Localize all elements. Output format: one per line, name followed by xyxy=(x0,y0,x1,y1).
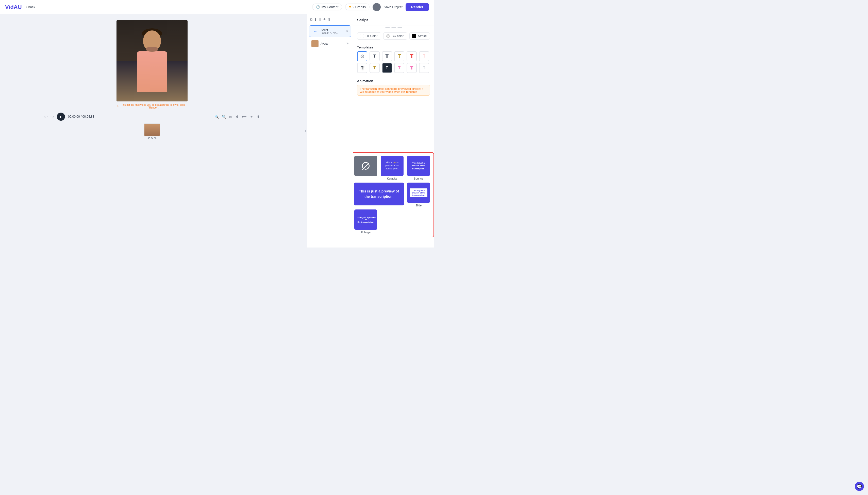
undo-button[interactable]: ↩ xyxy=(44,114,47,119)
anim-label-karaoke: Karaoke xyxy=(387,177,397,180)
header-right: 🕐 My Content ♥ 2 Credits Save Project Re… xyxy=(312,3,429,11)
anim-preview-slide: This is just apreview of thetranscriptio… xyxy=(407,183,430,203)
anim-card-none[interactable] xyxy=(354,156,378,180)
avatar-eye-icon[interactable]: 👁 xyxy=(346,42,349,46)
video-wrapper: ⚠ It's not the final video yet. To get a… xyxy=(116,20,187,109)
timeline: 00:04.83 xyxy=(139,123,165,139)
back-button[interactable]: ‹ Back xyxy=(26,5,35,9)
animation-section: The transition effect cannot be previewe… xyxy=(353,85,434,99)
fill-color-swatch xyxy=(360,34,364,38)
zoom-in-button[interactable]: 🔍 xyxy=(222,115,226,119)
anim-card-enlarge[interactable]: This is just a preview ofthe transcripti… xyxy=(354,209,378,234)
move-up-button[interactable]: ⬆ xyxy=(314,17,317,21)
bg-color-button[interactable]: BG color xyxy=(383,32,407,39)
anim-card-slide[interactable]: This is just apreview of thetranscriptio… xyxy=(407,183,430,207)
template-lightgrey[interactable]: T xyxy=(419,63,429,73)
animation-overlay: This is just apreview of thetranscriptio… xyxy=(353,152,434,237)
slide-preview-text: This is just apreview of thetranscriptio… xyxy=(410,188,427,197)
warning-message: It's not the final video yet. To get acc… xyxy=(120,103,187,109)
logo: VidAU xyxy=(5,4,22,11)
template-outline[interactable]: T xyxy=(382,51,392,62)
stroke-button[interactable]: Stroke xyxy=(409,32,430,39)
layer-item-script[interactable]: ✏ Script I am an AI Av... 👁 xyxy=(309,25,351,37)
timeline-clip-label: 00:04.83 xyxy=(144,137,160,139)
clock-icon: 🕐 xyxy=(316,5,320,9)
nav-dots xyxy=(353,26,434,30)
layer-text-group: Script I am an AI Av... xyxy=(321,29,338,34)
anim-label-enlarge: Enlarge xyxy=(361,231,371,234)
script-eye-icon[interactable]: 👁 xyxy=(345,30,348,33)
templates-grid: ⊘ T T T T T T T T T T T xyxy=(353,51,434,76)
bounce-text: This is just apreview of thetranscriptio… xyxy=(412,161,425,170)
template-shadow[interactable]: T xyxy=(357,63,367,73)
credits-button[interactable]: ♥ 2 Credits xyxy=(345,3,370,11)
anim-card-karaoke-big[interactable]: This is just a preview ofthe transcripti… xyxy=(354,183,404,207)
karaoke-text-small: This is just apreview of thetranscriptio… xyxy=(385,161,399,170)
anim-preview-karaoke-small: This is just apreview of thetranscriptio… xyxy=(381,156,404,176)
script-layer-label: Script xyxy=(321,29,338,31)
anim-preview-karaoke-big: This is just a preview ofthe transcripti… xyxy=(354,183,404,205)
zoom-out-button[interactable]: 🔍 xyxy=(214,115,219,119)
move-down-button[interactable]: ⬇ xyxy=(318,17,322,21)
stroke-swatch xyxy=(412,34,416,38)
layer-toolbar: ⧉ ⬆ ⬇ + 🗑 xyxy=(307,17,353,25)
template-lightred[interactable]: T xyxy=(419,51,429,62)
layout-button[interactable]: ⊞ xyxy=(229,115,232,119)
panel-title: Script xyxy=(353,14,434,26)
delete-button[interactable]: 🗑 xyxy=(256,115,260,119)
heart-icon: ♥ xyxy=(349,5,351,9)
warning-icon: ⚠ xyxy=(116,105,119,108)
redo-button[interactable]: ↪ xyxy=(50,114,54,119)
add-layer-button[interactable]: + xyxy=(323,17,326,22)
color-row: Fill Color BG color Stroke xyxy=(353,30,434,42)
video-area: ⚠ It's not the final video yet. To get a… xyxy=(0,14,304,248)
current-time: 00:00.00 xyxy=(68,115,80,118)
timeline-thumbnail xyxy=(144,123,160,136)
avatar-layer-thumb xyxy=(311,40,318,47)
play-button[interactable]: ▶ xyxy=(57,113,65,121)
header-left: VidAU ‹ Back xyxy=(5,4,35,11)
save-project-button[interactable]: Save Project xyxy=(384,5,403,9)
person-body xyxy=(137,51,167,92)
playback-controls: ↩ ↪ ▶ 00:00.00 / 00:04.83 🔍 🔍 ⊞ ⚟ ⟺ ＋ 🗑 xyxy=(44,113,260,121)
anim-card-bounce[interactable]: This is just apreview of thetranscriptio… xyxy=(407,156,430,180)
template-none[interactable]: ⊘ xyxy=(357,51,367,62)
fill-color-label: Fill Color xyxy=(365,34,377,38)
anim-label-slide: Slide xyxy=(415,204,422,207)
copy-layer-button[interactable]: ⧉ xyxy=(310,17,312,21)
anim-preview-bounce: This is just apreview of thetranscriptio… xyxy=(407,156,430,176)
time-separator: / xyxy=(81,115,82,118)
template-gold2[interactable]: T xyxy=(370,63,380,73)
anim-card-karaoke-small[interactable]: This is just apreview of thetranscriptio… xyxy=(380,156,404,180)
my-content-button[interactable]: 🕐 My Content xyxy=(312,3,342,11)
template-gold[interactable]: T xyxy=(394,51,404,62)
more-button[interactable]: ⟺ xyxy=(242,115,247,119)
timeline-clip[interactable]: 00:04.83 xyxy=(144,123,160,139)
user-avatar[interactable] xyxy=(373,3,381,11)
template-red[interactable]: T xyxy=(407,51,417,62)
script-layer-icon: ✏ xyxy=(312,28,319,35)
layers-panel: ⧉ ⬆ ⬇ + 🗑 ✏ Script I am an AI Av... 👁 Av… xyxy=(307,14,353,248)
animation-grid: This is just apreview of thetranscriptio… xyxy=(354,156,430,234)
person-silhouette xyxy=(132,31,172,101)
layer-item-avatar[interactable]: Avatar 👁 xyxy=(309,38,351,49)
render-button[interactable]: Render xyxy=(406,3,429,11)
chevron-left-icon: ‹ xyxy=(26,5,27,9)
warning-text: ⚠ It's not the final video yet. To get a… xyxy=(116,103,187,109)
video-frame xyxy=(116,20,187,101)
karaoke-big-text: This is just a preview ofthe transcripti… xyxy=(357,187,401,201)
bg-color-swatch xyxy=(386,34,390,38)
delete-layer-button[interactable]: 🗑 xyxy=(327,17,331,21)
template-pink[interactable]: T xyxy=(394,63,404,73)
add-button[interactable]: ＋ xyxy=(250,114,253,119)
fill-color-button[interactable]: Fill Color xyxy=(357,32,381,39)
split-button[interactable]: ⚟ xyxy=(235,115,239,119)
animation-notice: The transition effect cannot be previewe… xyxy=(357,85,430,96)
template-plain[interactable]: T xyxy=(370,51,380,62)
template-pinkoutline[interactable]: T xyxy=(407,63,417,73)
stroke-label: Stroke xyxy=(418,34,427,38)
template-darkoutline[interactable]: T xyxy=(382,63,392,73)
back-label: Back xyxy=(28,5,35,9)
expand-arrow[interactable]: › xyxy=(304,14,307,248)
bg-color-label: BG color xyxy=(392,34,404,38)
